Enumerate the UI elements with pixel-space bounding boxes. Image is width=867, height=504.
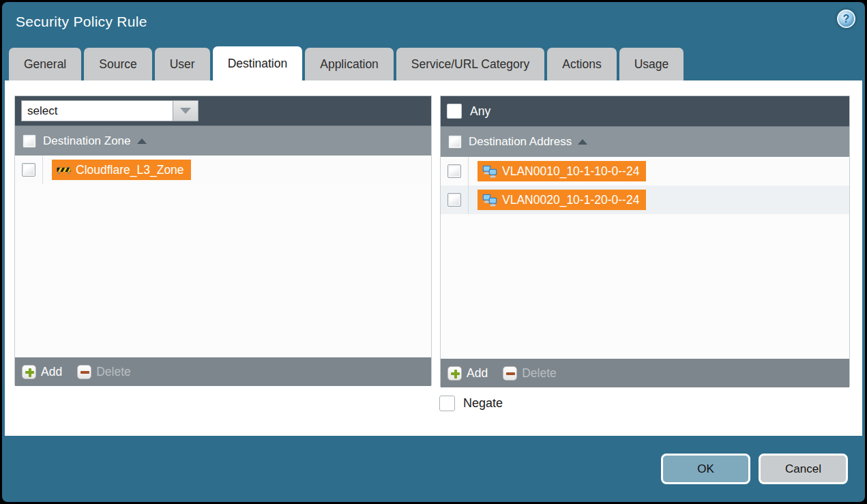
- sort-ascending-icon: [137, 138, 147, 144]
- tab-source[interactable]: Source: [84, 48, 151, 80]
- zone-delete-button[interactable]: Delete: [77, 365, 131, 379]
- address-toolbar: Add Delete: [441, 359, 849, 387]
- tab-bar: General Source User Destination Applicat…: [9, 46, 684, 80]
- ok-button[interactable]: OK: [661, 454, 750, 484]
- zone-toolbar: Add Delete: [15, 357, 431, 386]
- negate-label: Negate: [463, 396, 503, 411]
- cancel-button[interactable]: Cancel: [759, 454, 848, 484]
- address-row-checkbox[interactable]: [447, 164, 461, 178]
- zone-item-label: Cloudflare_L3_Zone: [76, 163, 184, 177]
- tab-application[interactable]: Application: [305, 48, 394, 80]
- address-item-vlan0020[interactable]: VLAN0020_10-1-20-0--24: [477, 190, 646, 210]
- help-icon[interactable]: ?: [837, 10, 855, 28]
- table-row: VLAN0010_10-1-10-0--24: [441, 157, 849, 186]
- tab-actions[interactable]: Actions: [547, 48, 616, 80]
- any-label: Any: [470, 104, 490, 119]
- tab-general[interactable]: General: [9, 48, 81, 80]
- dialog-title: Security Policy Rule: [16, 14, 147, 30]
- chevron-down-icon: [180, 108, 191, 114]
- address-delete-label: Delete: [522, 366, 557, 381]
- tab-user[interactable]: User: [155, 48, 210, 80]
- zone-type-input[interactable]: [21, 100, 173, 121]
- address-add-label: Add: [467, 366, 488, 381]
- address-select-all-checkbox[interactable]: [448, 135, 462, 149]
- zone-type-dropdown-button[interactable]: [173, 100, 199, 121]
- negate-option: Negate: [439, 396, 503, 411]
- destination-zone-panel: Destination Zone: [14, 95, 432, 385]
- address-delete-button[interactable]: Delete: [503, 366, 557, 381]
- tab-service-url-category[interactable]: Service/URL Category: [396, 48, 544, 80]
- security-policy-rule-dialog: Security Policy Rule ? General Source Us…: [2, 2, 865, 502]
- add-plus-icon: [22, 365, 36, 379]
- address-icon: [482, 194, 497, 207]
- tab-destination[interactable]: Destination: [213, 46, 303, 80]
- any-checkbox[interactable]: [447, 104, 462, 119]
- table-row: VLAN0020_10-1-20-0--24: [441, 186, 849, 214]
- address-panel-header: Any: [441, 96, 849, 126]
- zone-icon: [57, 164, 71, 175]
- zone-sort-header[interactable]: Destination Zone: [43, 134, 147, 148]
- zone-delete-label: Delete: [96, 365, 131, 379]
- delete-minus-icon: [77, 365, 91, 379]
- address-row-checkbox[interactable]: [447, 193, 461, 207]
- address-sort-header[interactable]: Destination Address: [469, 135, 587, 149]
- sort-ascending-icon: [578, 139, 587, 145]
- destination-address-panel: Any Destination Address: [440, 95, 850, 387]
- address-column-header: Destination Address: [441, 126, 849, 157]
- zone-column-header: Destination Zone: [15, 125, 431, 155]
- table-row: Cloudflare_L3_Zone: [15, 155, 431, 184]
- zone-column-label: Destination Zone: [43, 134, 131, 148]
- zone-row-checkbox[interactable]: [22, 163, 35, 177]
- zone-list: Cloudflare_L3_Zone: [15, 155, 431, 357]
- address-list: VLAN0010_10-1-10-0--24: [441, 157, 849, 359]
- address-item-vlan0010[interactable]: VLAN0010_10-1-10-0--24: [477, 161, 646, 181]
- address-item-label: VLAN0010_10-1-10-0--24: [502, 164, 639, 179]
- destination-tab-content: Destination Zone: [5, 80, 862, 436]
- address-add-button[interactable]: Add: [447, 366, 488, 381]
- address-column-label: Destination Address: [469, 135, 572, 149]
- address-item-label: VLAN0020_10-1-20-0--24: [502, 193, 639, 207]
- address-icon: [482, 165, 497, 178]
- delete-minus-icon: [503, 366, 517, 381]
- zone-type-combobox: [21, 100, 199, 121]
- zone-panel-header: [15, 96, 431, 125]
- zone-item-cloudflare-l3-zone[interactable]: Cloudflare_L3_Zone: [52, 160, 191, 180]
- zone-add-button[interactable]: Add: [22, 365, 62, 379]
- zone-add-label: Add: [41, 365, 62, 379]
- add-plus-icon: [447, 366, 462, 381]
- negate-checkbox[interactable]: [439, 396, 455, 411]
- tab-usage[interactable]: Usage: [619, 48, 684, 80]
- zone-select-all-checkbox[interactable]: [23, 134, 36, 148]
